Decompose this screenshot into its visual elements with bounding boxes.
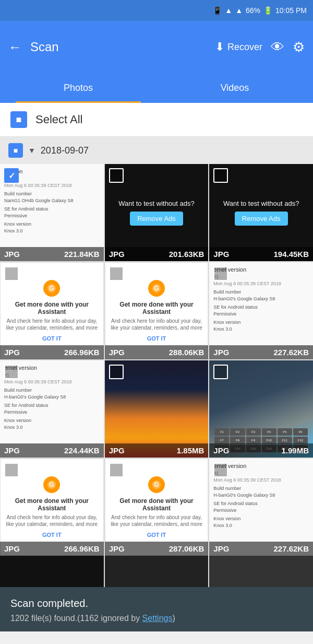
remove-ads-button[interactable]: Remove Ads bbox=[130, 212, 183, 226]
assistant-title: Get more done with your Assistant bbox=[111, 497, 203, 512]
svg-text:G: G bbox=[154, 481, 159, 488]
jpg-bar: JPG 1.85MB bbox=[105, 443, 209, 458]
scan-result-desc: 1202 file(s) found.(1162 ignored by Sett… bbox=[10, 614, 303, 623]
status-icons: 📱 ▲ ▲ 66% 🔋 10:05 PM bbox=[213, 6, 307, 15]
jpg-bar: JPG 224.44KB bbox=[0, 443, 104, 458]
battery-text: 66% bbox=[246, 6, 260, 15]
format-label: JPG bbox=[213, 544, 229, 553]
assistant-title: Get more done with your Assistant bbox=[6, 497, 98, 512]
partial-cell-3 bbox=[209, 556, 313, 587]
tab-photos[interactable]: Photos bbox=[0, 73, 156, 103]
photo-checkbox[interactable] bbox=[4, 168, 19, 183]
jpg-bar: JPG 288.06KB bbox=[105, 345, 209, 359]
photo-cell[interactable]: G Get more done with your Assistant And … bbox=[0, 459, 104, 556]
photo-checkbox[interactable] bbox=[4, 463, 19, 477]
photo-checkbox[interactable] bbox=[213, 266, 228, 281]
size-label: 1.99MB bbox=[281, 446, 309, 455]
assistant-icon: G bbox=[148, 280, 165, 297]
select-all-row: Select All bbox=[0, 103, 313, 137]
status-bar: 📱 ▲ ▲ 66% 🔋 10:05 PM bbox=[0, 0, 313, 21]
tab-videos-label: Videos bbox=[221, 83, 249, 93]
photo-checkbox[interactable] bbox=[109, 365, 124, 379]
got-it-button[interactable]: GOT IT bbox=[42, 532, 62, 538]
assistant-icon: G bbox=[43, 476, 60, 493]
jpg-bar: JPG 1.99MB bbox=[209, 443, 313, 458]
format-label: JPG bbox=[4, 250, 20, 259]
size-label: 227.62KB bbox=[273, 544, 309, 553]
photo-cell[interactable]: Want to test without ads? Remove Ads JPG… bbox=[209, 164, 313, 261]
got-it-button[interactable]: GOT IT bbox=[147, 532, 166, 538]
ad-text: Want to test without ads? bbox=[223, 200, 299, 207]
scan-completed-title: Scan completed. bbox=[10, 598, 303, 610]
assistant-icon: G bbox=[148, 476, 165, 493]
got-it-button[interactable]: GOT IT bbox=[42, 335, 62, 342]
format-label: JPG bbox=[109, 544, 125, 553]
photo-cell[interactable]: Want to test without ads? Remove Ads JPG… bbox=[105, 164, 209, 261]
date-group-checkbox[interactable] bbox=[8, 143, 23, 158]
photo-checkbox[interactable] bbox=[109, 266, 124, 281]
partial-row bbox=[0, 556, 313, 587]
jpg-bar: JPG 201.63KB bbox=[105, 247, 209, 261]
recover-label: Recover bbox=[227, 42, 262, 53]
jpg-bar: JPG 221.84KB bbox=[0, 247, 104, 261]
size-label: 224.44KB bbox=[64, 446, 100, 455]
photo-checkbox[interactable] bbox=[213, 365, 228, 379]
dropdown-arrow-icon[interactable]: ▼ bbox=[28, 146, 35, 155]
photo-cell[interactable]: version #1 Mon Aug 6 00:35:39 CEST 2018 … bbox=[0, 164, 104, 261]
assistant-text: And check here for info about your day, … bbox=[6, 514, 98, 528]
photo-cell[interactable]: G Get more done with your Assistant And … bbox=[105, 262, 209, 359]
settings-link[interactable]: Settings bbox=[142, 614, 173, 623]
settings-button[interactable]: ⚙ bbox=[293, 39, 305, 55]
date-label: 2018-09-07 bbox=[41, 145, 89, 156]
time-text: 10:05 PM bbox=[275, 6, 307, 15]
battery-icon: 🔋 bbox=[263, 6, 272, 15]
select-all-label: Select All bbox=[35, 113, 83, 126]
format-label: JPG bbox=[109, 250, 125, 259]
size-label: 266.96KB bbox=[64, 544, 100, 553]
photo-cell[interactable]: ernel version #1 Mon Aug 6 00:35:39 CEST… bbox=[209, 459, 313, 556]
photo-checkbox[interactable] bbox=[4, 266, 19, 281]
size-label: 194.45KB bbox=[273, 250, 309, 259]
photo-checkbox[interactable] bbox=[109, 168, 124, 183]
bottom-bar: Scan completed. 1202 file(s) found.(1162… bbox=[0, 587, 313, 631]
phone-icon: 📱 bbox=[213, 6, 222, 15]
tab-videos[interactable]: Videos bbox=[156, 73, 313, 103]
size-label: 201.63KB bbox=[169, 250, 204, 259]
format-label: JPG bbox=[109, 348, 125, 357]
photo-grid: version #1 Mon Aug 6 00:35:39 CEST 2018 … bbox=[0, 164, 313, 556]
assistant-icon: G bbox=[43, 280, 60, 297]
svg-text:G: G bbox=[154, 285, 159, 292]
photo-checkbox[interactable] bbox=[4, 365, 19, 379]
photo-checkbox[interactable] bbox=[213, 168, 228, 183]
assistant-title: Get more done with your Assistant bbox=[6, 301, 98, 315]
size-label: 227.62KB bbox=[273, 348, 309, 357]
jpg-bar: JPG 194.45KB bbox=[209, 247, 313, 261]
photo-cell[interactable]: ernel version #1 Mon Aug 6 00:35:39 CEST… bbox=[209, 262, 313, 359]
recover-button[interactable]: ⬇ Recover bbox=[215, 40, 262, 54]
photo-checkbox[interactable] bbox=[213, 463, 228, 477]
photo-cell[interactable]: G Get more done with your Assistant And … bbox=[0, 262, 104, 359]
format-label: JPG bbox=[4, 446, 20, 455]
photo-cell[interactable]: F1F2F3F4F5F6F7F8F9F10F11F12F13F14F15F16F… bbox=[209, 360, 313, 458]
assistant-text: And check here for info about your day, … bbox=[6, 318, 98, 331]
got-it-button[interactable]: GOT IT bbox=[147, 335, 166, 342]
view-button[interactable]: 👁 bbox=[271, 39, 284, 55]
format-label: JPG bbox=[109, 446, 125, 455]
assistant-text: And check here for info about your day, … bbox=[111, 514, 203, 528]
size-label: 266.96KB bbox=[64, 348, 100, 357]
photo-cell[interactable]: JPG 1.85MB bbox=[105, 360, 209, 458]
size-label: 221.84KB bbox=[64, 250, 100, 259]
recover-icon: ⬇ bbox=[215, 40, 224, 54]
photo-cell[interactable]: ernel version #1 Mon Aug 6 00:35:39 CEST… bbox=[0, 360, 104, 458]
format-label: JPG bbox=[213, 446, 229, 455]
photo-checkbox[interactable] bbox=[109, 463, 124, 477]
remove-ads-button[interactable]: Remove Ads bbox=[235, 212, 288, 226]
jpg-bar: JPG 287.06KB bbox=[105, 542, 209, 556]
photo-cell[interactable]: G Get more done with your Assistant And … bbox=[105, 459, 209, 556]
svg-text:G: G bbox=[50, 481, 54, 488]
format-label: JPG bbox=[213, 250, 229, 259]
select-all-checkbox[interactable] bbox=[10, 111, 27, 128]
format-label: JPG bbox=[4, 544, 20, 553]
back-button[interactable]: ← bbox=[8, 39, 22, 55]
assistant-title: Get more done with your Assistant bbox=[111, 301, 203, 315]
